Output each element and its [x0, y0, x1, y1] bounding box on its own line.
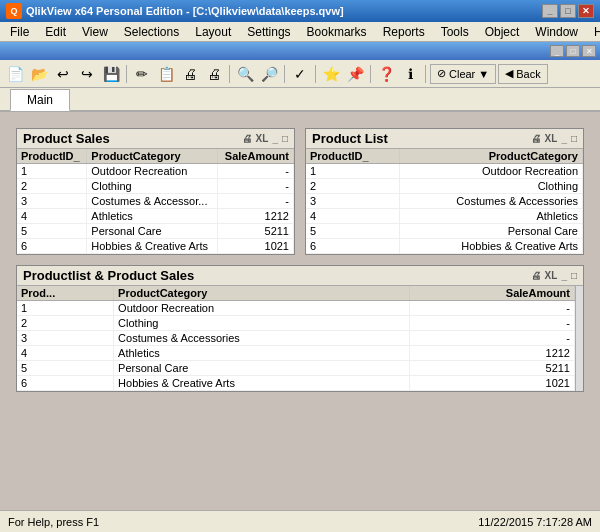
menu-bookmarks[interactable]: Bookmarks: [299, 23, 375, 41]
toolbar-sep-5: [370, 65, 371, 83]
menu-selections[interactable]: Selections: [116, 23, 187, 41]
minimize-panel-icon-2[interactable]: _: [561, 133, 567, 144]
cell-category: Costumes & Accessories: [114, 331, 409, 346]
xl-icon-3[interactable]: XL: [545, 270, 558, 281]
table-row[interactable]: 1 Outdoor Recreation -: [17, 164, 294, 179]
product-sales-table: ProductID_ ProductCategory SaleAmount 1 …: [17, 149, 294, 254]
col-sale-amount-3: SaleAmount: [409, 286, 574, 301]
undo-button[interactable]: ↩: [52, 63, 74, 85]
help2-button[interactable]: ℹ: [399, 63, 421, 85]
search-button[interactable]: 🔍: [234, 63, 256, 85]
check-button[interactable]: ✓: [289, 63, 311, 85]
close-panel-icon[interactable]: □: [282, 133, 288, 144]
table-row[interactable]: 4 Athletics 1212: [17, 209, 294, 224]
new-button[interactable]: 📄: [4, 63, 26, 85]
inner-close-button[interactable]: ✕: [582, 45, 596, 57]
eraser-icon: ⊘: [437, 67, 446, 80]
bookmark-button[interactable]: 📌: [344, 63, 366, 85]
menu-help[interactable]: Help: [586, 23, 600, 41]
productlist-sales-table: Prod... ProductCategory SaleAmount 1 Out…: [17, 286, 575, 391]
print-icon-2[interactable]: 🖨: [531, 133, 541, 144]
menu-view[interactable]: View: [74, 23, 116, 41]
menu-settings[interactable]: Settings: [239, 23, 298, 41]
save-button[interactable]: 💾: [100, 63, 122, 85]
cell-id: 3: [17, 194, 87, 209]
cell-category: Outdoor Recreation: [400, 164, 583, 179]
menu-layout[interactable]: Layout: [187, 23, 239, 41]
col-sale-amount: SaleAmount: [217, 149, 293, 164]
table-row[interactable]: 2 Clothing -: [17, 316, 575, 331]
product-sales-icons: 🖨 XL _ □: [242, 133, 288, 144]
table-row[interactable]: 6 Hobbies & Creative Arts: [306, 239, 583, 254]
print-icon-3[interactable]: 🖨: [531, 270, 541, 281]
table-row[interactable]: 1 Outdoor Recreation -: [17, 301, 575, 316]
table-row[interactable]: 5 Personal Care: [306, 224, 583, 239]
minimize-panel-icon[interactable]: _: [272, 133, 278, 144]
col-product-category-3: ProductCategory: [114, 286, 409, 301]
redo-button[interactable]: ↪: [76, 63, 98, 85]
col-product-category: ProductCategory: [87, 149, 218, 164]
menu-edit[interactable]: Edit: [37, 23, 74, 41]
close-button[interactable]: ✕: [578, 4, 594, 18]
cell-id: 3: [306, 194, 400, 209]
back-button[interactable]: ◀ Back: [498, 64, 547, 84]
table-row[interactable]: 5 Personal Care 5211: [17, 361, 575, 376]
clear-button[interactable]: ⊘ Clear ▼: [430, 64, 496, 84]
cell-category: Clothing: [400, 179, 583, 194]
print-button[interactable]: 🖨: [179, 63, 201, 85]
cell-amount: 1021: [217, 239, 293, 254]
xl-icon[interactable]: XL: [256, 133, 269, 144]
table-row[interactable]: 2 Clothing -: [17, 179, 294, 194]
open-button[interactable]: 📂: [28, 63, 50, 85]
tab-main-label: Main: [27, 93, 53, 107]
product-sales-panel: Product Sales 🖨 XL _ □ ProductID_ Produc…: [16, 128, 295, 255]
table-row[interactable]: 6 Hobbies & Creative Arts 1021: [17, 376, 575, 391]
col-prod: Prod...: [17, 286, 114, 301]
menu-window[interactable]: Window: [527, 23, 586, 41]
close-panel-icon-3[interactable]: □: [571, 270, 577, 281]
minimize-panel-icon-3[interactable]: _: [561, 270, 567, 281]
cell-category: Personal Care: [400, 224, 583, 239]
minimize-button[interactable]: _: [542, 4, 558, 18]
table-row[interactable]: 4 Athletics 1212: [17, 346, 575, 361]
productlist-sales-header: Productlist & Product Sales 🖨 XL _ □: [17, 266, 583, 286]
cell-amount: -: [409, 316, 574, 331]
search2-button[interactable]: 🔎: [258, 63, 280, 85]
cell-id: 4: [306, 209, 400, 224]
cell-category: Outdoor Recreation: [87, 164, 218, 179]
inner-minimize-button[interactable]: _: [550, 45, 564, 57]
cell-id: 1: [17, 164, 87, 179]
help-button[interactable]: ❓: [375, 63, 397, 85]
back-arrow-icon: ◀: [505, 67, 513, 80]
star-button[interactable]: ⭐: [320, 63, 342, 85]
tab-main[interactable]: Main: [10, 89, 70, 111]
table-row[interactable]: 6 Hobbies & Creative Arts 1021: [17, 239, 294, 254]
cell-id: 5: [17, 361, 114, 376]
table-row[interactable]: 4 Athletics: [306, 209, 583, 224]
inner-title-buttons: _ □ ✕: [550, 45, 596, 57]
maximize-button[interactable]: □: [560, 4, 576, 18]
cell-amount: -: [217, 194, 293, 209]
close-panel-icon-2[interactable]: □: [571, 133, 577, 144]
table-row[interactable]: 3 Costumes & Accessories -: [17, 331, 575, 346]
print2-button[interactable]: 🖨: [203, 63, 225, 85]
edit-button[interactable]: ✏: [131, 63, 153, 85]
menu-tools[interactable]: Tools: [433, 23, 477, 41]
cell-id: 1: [17, 301, 114, 316]
menu-reports[interactable]: Reports: [375, 23, 433, 41]
table-row[interactable]: 2 Clothing: [306, 179, 583, 194]
menu-file[interactable]: File: [2, 23, 37, 41]
table-row[interactable]: 5 Personal Care 5211: [17, 224, 294, 239]
print-icon[interactable]: 🖨: [242, 133, 252, 144]
xl-icon-2[interactable]: XL: [545, 133, 558, 144]
inner-restore-button[interactable]: □: [566, 45, 580, 57]
table-row[interactable]: 1 Outdoor Recreation: [306, 164, 583, 179]
scrollbar[interactable]: [575, 286, 583, 391]
window-title: QlikView x64 Personal Edition - [C:\Qlik…: [26, 5, 542, 17]
table-row[interactable]: 3 Costumes & Accessor... -: [17, 194, 294, 209]
cell-amount: -: [217, 179, 293, 194]
product-list-table: ProductID_ ProductCategory 1 Outdoor Rec…: [306, 149, 583, 254]
edit2-button[interactable]: 📋: [155, 63, 177, 85]
menu-object[interactable]: Object: [477, 23, 528, 41]
table-row[interactable]: 3 Costumes & Accessories: [306, 194, 583, 209]
